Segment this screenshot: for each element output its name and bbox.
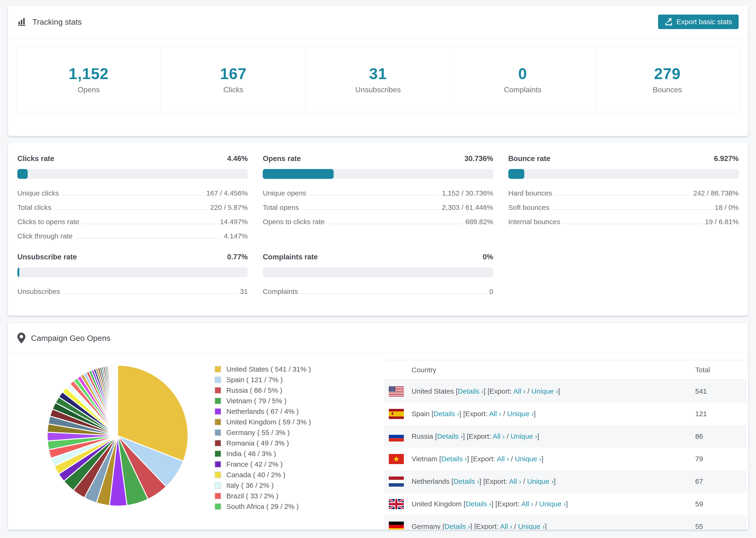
rate-detail-label: Unique opens xyxy=(263,189,306,197)
export-all-link[interactable]: All › xyxy=(489,410,501,418)
country-cell: Netherlands [Details ›] [Export: All › /… xyxy=(411,477,695,485)
rate-detail-row: Unique opens 1,152 / 30.736% xyxy=(263,189,493,197)
rate-progress-track xyxy=(17,169,248,179)
export-all-link[interactable]: All › xyxy=(497,455,509,463)
link-separator-text: / xyxy=(509,455,515,463)
stat-box: 279 Bounces xyxy=(595,46,739,112)
export-unique-link[interactable]: Unique › xyxy=(511,432,537,440)
country-column-header: Country xyxy=(411,366,695,374)
country-cell: Spain [Details ›] [Export: All › / Uniqu… xyxy=(411,410,695,418)
rate-block: Opens rate 30.736% Unique opens 1,152 / … xyxy=(263,154,493,240)
legend-label: South Africa ( 29 / 2% ) xyxy=(226,503,298,511)
export-unique-link[interactable]: Unique › xyxy=(507,410,534,418)
rate-value: 4.46% xyxy=(227,154,248,163)
rate-detail-value: 1,152 / 30.736% xyxy=(442,189,493,197)
country-flag-icon xyxy=(389,386,404,397)
stat-label: Complaints xyxy=(504,85,541,94)
tracking-stats-card: Tracking stats Export basic stats 1,152 … xyxy=(8,5,748,136)
rate-detail-row: Soft bounces 18 / 0% xyxy=(508,203,739,211)
details-link[interactable]: Details › xyxy=(445,522,470,530)
export-unique-link[interactable]: Unique › xyxy=(527,477,554,485)
stat-value: 31 xyxy=(369,65,387,82)
link-separator-text: / xyxy=(533,500,539,508)
rate-title: Opens rate xyxy=(263,154,301,163)
total-cell: 59 xyxy=(695,500,746,508)
geo-table-body: United States [Details ›] [Export: All ›… xyxy=(384,380,746,530)
country-cell: Germany [Details ›] [Export: All › / Uni… xyxy=(411,522,695,530)
legend-color-swatch xyxy=(215,398,221,404)
link-separator-text: ] xyxy=(545,522,547,530)
rate-progress-fill xyxy=(17,267,19,277)
link-separator-text: / xyxy=(501,410,507,418)
export-all-link[interactable]: All › xyxy=(509,477,521,485)
geo-opens-pie-chart[interactable] xyxy=(45,363,190,509)
rate-value: 30.736% xyxy=(464,154,493,163)
legend-color-swatch xyxy=(215,493,221,499)
total-cell: 79 xyxy=(695,455,746,463)
legend-item: Netherlands ( 67 / 4% ) xyxy=(215,407,311,415)
legend-label: Vietnam ( 79 / 5% ) xyxy=(226,397,287,405)
rate-detail-label: Unique clicks xyxy=(17,189,59,197)
total-cell: 121 xyxy=(695,410,746,418)
geo-opens-table: Country Total United States [Details ›] … xyxy=(384,360,746,530)
legend-color-swatch xyxy=(215,377,221,383)
details-link[interactable]: Details › xyxy=(465,500,491,508)
export-basic-stats-button[interactable]: Export basic stats xyxy=(658,15,739,29)
details-link[interactable]: Details › xyxy=(458,387,484,395)
link-separator-text: ] xyxy=(566,500,568,508)
legend-color-swatch xyxy=(215,471,221,478)
details-link[interactable]: Details › xyxy=(437,432,463,440)
country-name: Vietnam xyxy=(411,455,439,463)
link-separator-text: ] [Export: xyxy=(467,455,497,463)
rate-block: Bounce rate 6.927% Hard bounces 242 / 86… xyxy=(508,154,739,240)
export-all-link[interactable]: All › xyxy=(500,522,512,530)
geo-table-row: United States [Details ›] [Export: All ›… xyxy=(384,380,746,403)
country-flag-icon xyxy=(389,521,404,530)
country-flag-icon xyxy=(389,431,404,442)
link-separator-text: ] [Export: xyxy=(470,522,500,530)
rate-value: 6.927% xyxy=(714,154,739,163)
rate-title: Bounce rate xyxy=(508,154,550,163)
country-flag-icon xyxy=(389,476,404,487)
export-unique-link[interactable]: Unique › xyxy=(531,387,558,395)
rate-block: Complaints rate 0% Complaints 0 xyxy=(263,253,493,296)
export-unique-link[interactable]: Unique › xyxy=(539,500,566,508)
rate-detail-row: Opens to clicks rate 689.82% xyxy=(263,218,493,226)
export-unique-link[interactable]: Unique › xyxy=(518,522,545,530)
stats-row: 1,152 Opens 167 Clicks 31 Unsubscribes 0… xyxy=(16,46,740,112)
rate-detail-label: Click through rate xyxy=(17,232,73,240)
details-link[interactable]: Details › xyxy=(453,477,479,485)
country-flag-icon xyxy=(389,409,404,419)
legend-color-swatch xyxy=(215,429,221,436)
tracking-stats-title-group: Tracking stats xyxy=(17,17,82,27)
legend-color-swatch xyxy=(215,387,221,394)
geo-table-row: Spain [Details ›] [Export: All › / Uniqu… xyxy=(384,403,746,425)
rate-detail-value: 0 xyxy=(489,288,493,296)
rate-detail-value: 220 / 5.87% xyxy=(210,203,248,211)
link-separator-text: [ xyxy=(439,455,441,463)
export-unique-link[interactable]: Unique › xyxy=(515,455,541,463)
rate-title: Clicks rate xyxy=(17,154,54,163)
link-separator-text: ] xyxy=(534,410,536,418)
dotted-leader xyxy=(63,294,237,294)
legend-color-swatch xyxy=(215,451,221,457)
stat-label: Clicks xyxy=(223,85,243,94)
rate-head: Opens rate 30.736% xyxy=(263,154,493,163)
legend-label: India ( 46 / 3% ) xyxy=(226,450,276,458)
dotted-leader xyxy=(328,224,462,224)
dotted-leader xyxy=(62,195,203,195)
export-all-link[interactable]: All › xyxy=(521,500,533,508)
export-all-link[interactable]: All › xyxy=(513,387,526,395)
stat-box: 167 Clicks xyxy=(161,46,306,112)
country-name: Spain xyxy=(411,410,432,418)
details-link[interactable]: Details › xyxy=(433,410,459,418)
legend-color-swatch xyxy=(215,503,221,510)
rate-progress-track xyxy=(17,267,248,277)
export-all-link[interactable]: All › xyxy=(493,432,505,440)
geo-opens-header: Campaign Geo Opens xyxy=(8,323,748,353)
details-link[interactable]: Details › xyxy=(441,455,467,463)
pie-slice[interactable] xyxy=(117,365,118,436)
geo-table-row: United Kingdom [Details ›] [Export: All … xyxy=(384,493,746,515)
legend-item: Germany ( 55 / 3% ) xyxy=(215,429,311,437)
legend-label: Italy ( 36 / 2% ) xyxy=(226,481,274,489)
